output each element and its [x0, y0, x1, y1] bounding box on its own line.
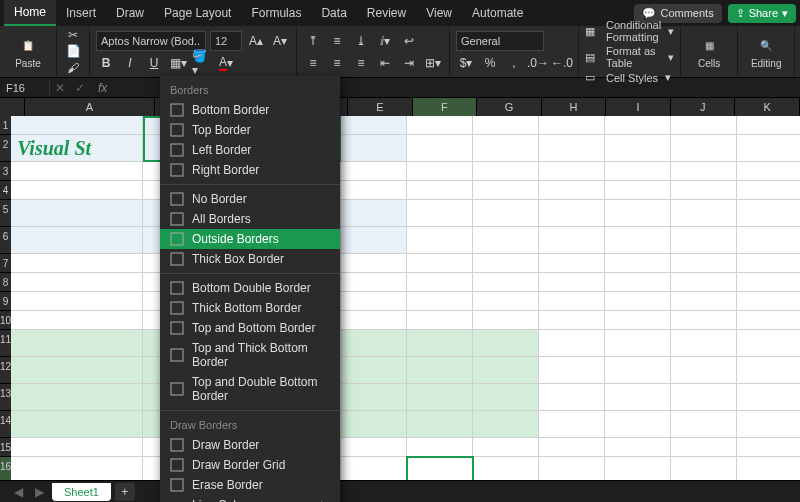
cell[interactable]	[539, 116, 605, 135]
align-left-button[interactable]: ≡	[303, 53, 323, 73]
menu-item-right-border[interactable]: Right Border	[160, 160, 340, 180]
cell[interactable]	[407, 273, 473, 292]
orientation-button[interactable]: ⅈ▾	[375, 31, 395, 51]
cell[interactable]	[605, 357, 671, 384]
menu-item-draw-border-grid[interactable]: Draw Border Grid	[160, 455, 340, 475]
menu-item-draw-border[interactable]: Draw Border	[160, 435, 340, 455]
sheet-nav-prev[interactable]: ◀	[10, 485, 27, 499]
paste-button[interactable]: 📋 Paste	[6, 29, 50, 75]
cell[interactable]	[671, 330, 737, 357]
menu-item-thick-box-border[interactable]: Thick Box Border	[160, 249, 340, 269]
menu-item-thick-bottom-border[interactable]: Thick Bottom Border	[160, 298, 340, 318]
cell[interactable]	[671, 162, 737, 181]
cell[interactable]	[605, 181, 671, 200]
cell[interactable]	[473, 273, 539, 292]
tab-data[interactable]: Data	[311, 1, 356, 25]
tab-page-layout[interactable]: Page Layout	[154, 1, 241, 25]
menu-item-no-border[interactable]: No Border	[160, 189, 340, 209]
row-header[interactable]: 1	[0, 116, 11, 135]
cut-button[interactable]: ✂	[63, 28, 83, 42]
cell[interactable]	[341, 227, 407, 254]
row-header[interactable]: 11	[0, 330, 11, 357]
cell[interactable]	[341, 357, 407, 384]
name-box[interactable]: F16	[0, 80, 50, 96]
cell[interactable]	[341, 384, 407, 411]
cell[interactable]	[539, 292, 605, 311]
cell[interactable]	[737, 357, 800, 384]
cell[interactable]	[11, 116, 143, 135]
font-size-select[interactable]	[210, 31, 242, 51]
cell[interactable]	[671, 200, 737, 227]
cell[interactable]	[11, 292, 143, 311]
cell[interactable]	[407, 200, 473, 227]
cell[interactable]	[341, 135, 407, 162]
cell[interactable]	[737, 135, 800, 162]
cell[interactable]	[11, 311, 143, 330]
cell[interactable]	[11, 162, 143, 181]
increase-indent-button[interactable]: ⇥	[399, 53, 419, 73]
cell[interactable]	[11, 273, 143, 292]
row-header[interactable]: 8	[0, 273, 11, 292]
wrap-text-button[interactable]: ↩	[399, 31, 419, 51]
cell[interactable]	[671, 116, 737, 135]
cell[interactable]	[11, 438, 143, 457]
row-header[interactable]: 5	[0, 200, 11, 227]
tab-insert[interactable]: Insert	[56, 1, 106, 25]
cell[interactable]	[671, 311, 737, 330]
cell[interactable]	[341, 311, 407, 330]
cell[interactable]	[671, 411, 737, 438]
cell[interactable]	[671, 181, 737, 200]
cell[interactable]	[737, 116, 800, 135]
cell[interactable]	[539, 311, 605, 330]
cell[interactable]	[605, 200, 671, 227]
cell[interactable]	[473, 116, 539, 135]
cell[interactable]	[407, 357, 473, 384]
menu-item-bottom-border[interactable]: Bottom Border	[160, 100, 340, 120]
align-bottom-button[interactable]: ⤓	[351, 31, 371, 51]
cell[interactable]	[407, 227, 473, 254]
row-header[interactable]: 13	[0, 384, 11, 411]
cell[interactable]	[605, 411, 671, 438]
col-header-i[interactable]: I	[606, 98, 671, 116]
menu-item-bottom-double-border[interactable]: Bottom Double Border	[160, 278, 340, 298]
menu-item-top-and-bottom-border[interactable]: Top and Bottom Border	[160, 318, 340, 338]
cell[interactable]	[539, 357, 605, 384]
align-center-button[interactable]: ≡	[327, 53, 347, 73]
cell[interactable]	[605, 135, 671, 162]
number-format-select[interactable]	[456, 31, 544, 51]
cell[interactable]	[605, 438, 671, 457]
col-header-h[interactable]: H	[542, 98, 607, 116]
cell[interactable]	[341, 162, 407, 181]
row-header[interactable]: 12	[0, 357, 11, 384]
cells-button[interactable]: ▦ Cells	[687, 29, 731, 75]
cell[interactable]	[737, 181, 800, 200]
cell[interactable]	[341, 254, 407, 273]
menu-item-top-and-thick-bottom-border[interactable]: Top and Thick Bottom Border	[160, 338, 340, 372]
align-top-button[interactable]: ⤒	[303, 31, 323, 51]
cell-styles-button[interactable]: ▭ Cell Styles ▾	[585, 71, 674, 84]
col-header-e[interactable]: E	[348, 98, 413, 116]
sheet-tab[interactable]: Sheet1	[52, 483, 111, 501]
cell[interactable]	[737, 200, 800, 227]
cell[interactable]	[473, 254, 539, 273]
col-header-g[interactable]: G	[477, 98, 542, 116]
row-header[interactable]: 7	[0, 254, 11, 273]
cell[interactable]	[605, 292, 671, 311]
format-as-table-button[interactable]: ▤ Format as Table ▾	[585, 45, 674, 69]
enter-formula-button[interactable]: ✓	[70, 78, 90, 98]
cell[interactable]	[341, 330, 407, 357]
cell[interactable]	[671, 292, 737, 311]
cells-area[interactable]: Visual St	[11, 116, 800, 502]
cell[interactable]	[473, 411, 539, 438]
cell[interactable]	[473, 438, 539, 457]
tab-draw[interactable]: Draw	[106, 1, 154, 25]
cell[interactable]	[671, 438, 737, 457]
fx-icon[interactable]: fx	[90, 81, 115, 95]
col-header-a[interactable]: A	[25, 98, 154, 116]
borders-button[interactable]: ▦▾	[168, 53, 188, 73]
increase-decimal-button[interactable]: .0→	[528, 53, 548, 73]
row-header[interactable]: 14	[0, 411, 11, 438]
cell[interactable]	[11, 330, 143, 357]
cell[interactable]	[737, 411, 800, 438]
cell[interactable]	[11, 411, 143, 438]
